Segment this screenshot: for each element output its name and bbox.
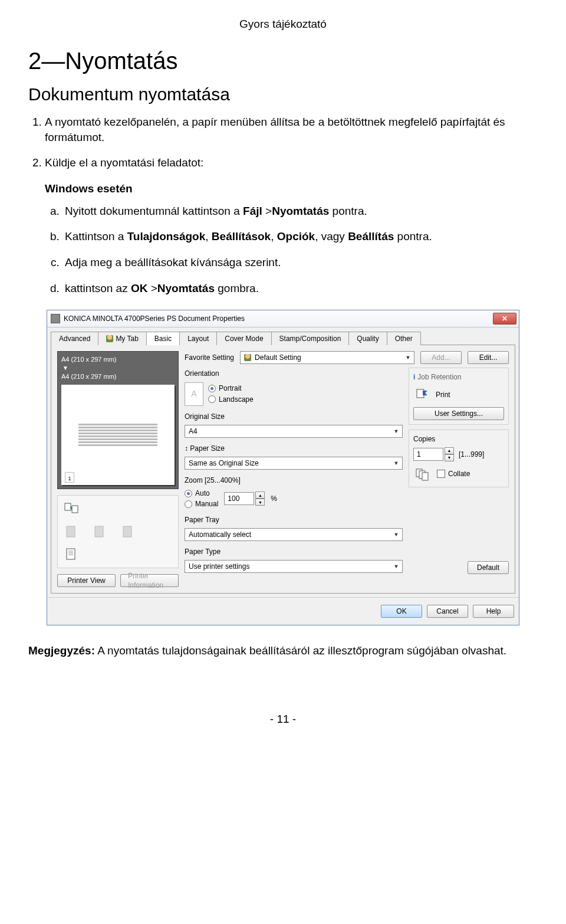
layout-preview-icon[interactable] [62, 500, 80, 518]
default-button[interactable]: Default [468, 561, 509, 574]
favorite-setting-label: Favorite Setting [185, 353, 234, 362]
printer-view-button[interactable]: Printer View [57, 574, 116, 587]
person-icon [106, 335, 113, 342]
orientation-swatch: A [185, 382, 203, 406]
tab-quality[interactable]: Quality [348, 332, 387, 345]
option-icon-4[interactable] [62, 545, 80, 563]
svg-rect-12 [422, 473, 428, 480]
copies-input[interactable]: 1 [413, 448, 443, 461]
option-icon-2 [91, 523, 108, 540]
step-2: Küldje el a nyomtatási feladatot: [45, 155, 538, 171]
original-size-label: Original Size [185, 412, 403, 421]
original-size-combo[interactable]: A4▼ [185, 425, 403, 438]
svg-rect-4 [123, 526, 131, 537]
tab-layout[interactable]: Layout [179, 332, 217, 345]
paper-size-label: ↕ Paper Size [185, 444, 403, 453]
copies-range: [1...999] [459, 450, 484, 459]
spin-up-icon[interactable]: ▲ [445, 447, 454, 454]
copies-label: Copies [413, 434, 504, 444]
paper-tray-label: Paper Tray [185, 515, 403, 525]
preview-page-number: 1 [65, 472, 74, 483]
orientation-label: Orientation [185, 369, 403, 378]
spin-down-icon[interactable]: ▼ [445, 454, 454, 461]
job-retention-label: Job Retention [417, 372, 461, 382]
tab-other[interactable]: Other [387, 332, 421, 345]
option-icon-3 [119, 523, 137, 540]
paper-type-combo[interactable]: Use printer settings▼ [185, 560, 403, 573]
svg-rect-2 [67, 526, 75, 537]
collate-checkbox[interactable]: Collate [437, 469, 470, 479]
job-retention-value: Print [436, 390, 450, 399]
note: Megjegyzés: A nyomtatás tulajdonságainak… [28, 643, 538, 658]
portrait-radio[interactable]: Portrait [208, 384, 254, 393]
print-job-icon [413, 386, 431, 404]
page-number: - 11 - [28, 712, 538, 727]
step-b: Kattintson a Tulajdonságok, Beállítások,… [62, 229, 538, 244]
option-icon-1 [62, 523, 80, 540]
section-title: 2—Nyomtatás [28, 45, 538, 77]
step-a: Nyitott dokumentumnál kattintson a Fájl … [62, 204, 538, 219]
paper-size-combo[interactable]: Same as Original Size▼ [185, 457, 403, 470]
dialog-title: KONICA MINOLTA 4700PSeries PS Document P… [64, 314, 245, 323]
page-header: Gyors tájékoztató [28, 17, 538, 32]
printer-info-button: Printer Information [120, 574, 179, 587]
help-button[interactable]: Help [473, 605, 514, 618]
chevron-down-icon: ▼ [393, 563, 400, 570]
user-settings-button[interactable]: User Settings... [413, 407, 504, 420]
landscape-radio[interactable]: Landscape [208, 395, 254, 404]
edit-button[interactable]: Edit... [468, 351, 509, 364]
tab-strip: Advanced My Tab Basic Layout Cover Mode … [47, 327, 519, 345]
svg-rect-1 [72, 506, 78, 513]
cancel-button[interactable]: Cancel [427, 605, 468, 618]
step-1: A nyomtató kezelőpanelén, a papír menübe… [45, 114, 538, 145]
chevron-down-icon: ▼ [393, 428, 400, 435]
print-properties-dialog: KONICA MINOLTA 4700PSeries PS Document P… [47, 310, 519, 625]
chevron-down-icon: ▼ [393, 460, 400, 467]
zoom-label: Zoom [25...400%] [185, 476, 403, 485]
svg-rect-0 [65, 503, 71, 510]
subsection-title: Dokumentum nyomtatása [28, 83, 538, 107]
step-c: Adja meg a beállításokat kívánsága szeri… [62, 255, 538, 270]
preview-scale: x1 [167, 478, 175, 487]
person-icon [244, 354, 251, 361]
chevron-down-icon: ▼ [393, 531, 400, 538]
tab-basic[interactable]: Basic [146, 332, 180, 345]
paper-type-label: Paper Type [185, 547, 403, 556]
favorite-setting-combo[interactable]: Default Setting ▼ [240, 351, 414, 364]
zoom-manual-radio[interactable]: Manual [185, 499, 218, 509]
step-d: kattintson az OK >Nyomtatás gombra. [62, 281, 538, 296]
chevron-down-icon: ▼ [404, 354, 412, 361]
ok-button[interactable]: OK [381, 605, 422, 618]
spin-up-icon[interactable]: ▲ [255, 492, 265, 499]
collate-icon [413, 465, 431, 483]
tab-stamp-composition[interactable]: Stamp/Composition [271, 332, 350, 345]
zoom-value-input[interactable]: 100 [224, 492, 254, 505]
spin-down-icon[interactable]: ▼ [255, 499, 265, 506]
tab-advanced[interactable]: Advanced [51, 332, 98, 345]
add-button: Add... [420, 351, 462, 364]
page-preview: A4 (210 x 297 mm) ▼ A4 (210 x 297 mm) 1 … [57, 351, 179, 489]
tab-my-tab[interactable]: My Tab [98, 332, 146, 345]
tab-cover-mode[interactable]: Cover Mode [216, 332, 271, 345]
svg-rect-5 [67, 549, 75, 559]
os-label: Windows esetén [45, 181, 538, 196]
zoom-auto-radio[interactable]: Auto [185, 489, 218, 498]
close-button[interactable]: ✕ [493, 313, 516, 325]
zoom-unit: % [271, 494, 277, 503]
printer-icon [51, 314, 60, 323]
preview-toolbar [57, 495, 179, 568]
svg-rect-3 [95, 526, 103, 537]
info-icon: i [413, 372, 415, 382]
paper-tray-combo[interactable]: Automatically select▼ [185, 528, 403, 541]
